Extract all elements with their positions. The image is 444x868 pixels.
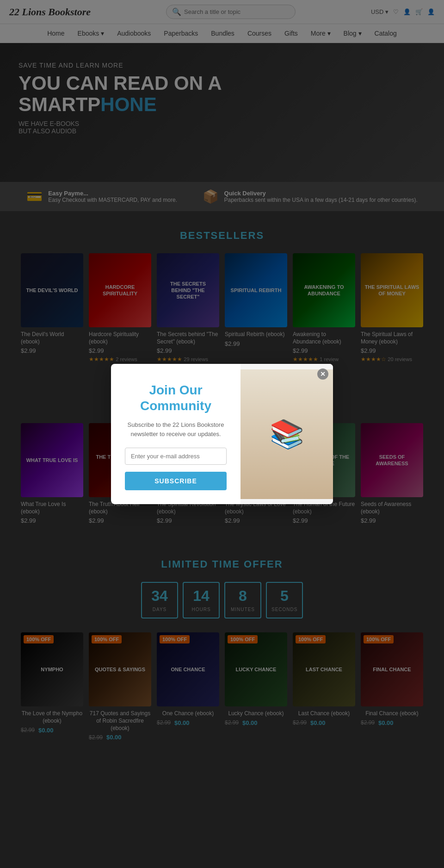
modal: ✕ Join Our Community Subscribe to the 22… xyxy=(111,364,333,504)
modal-title: Join Our Community xyxy=(125,382,227,413)
modal-content: Join Our Community Subscribe to the 22 L… xyxy=(111,364,240,504)
modal-close-button[interactable]: ✕ xyxy=(317,368,328,380)
modal-person-image: 📚 xyxy=(240,369,333,499)
email-input[interactable] xyxy=(125,448,227,465)
modal-description: Subscribe to the 22 Lions Bookstore news… xyxy=(125,420,227,438)
modal-overlay[interactable]: ✕ Join Our Community Subscribe to the 22… xyxy=(0,0,444,755)
modal-image: 📚 xyxy=(240,364,333,504)
subscribe-button[interactable]: SUBSCRIBE xyxy=(125,472,227,490)
